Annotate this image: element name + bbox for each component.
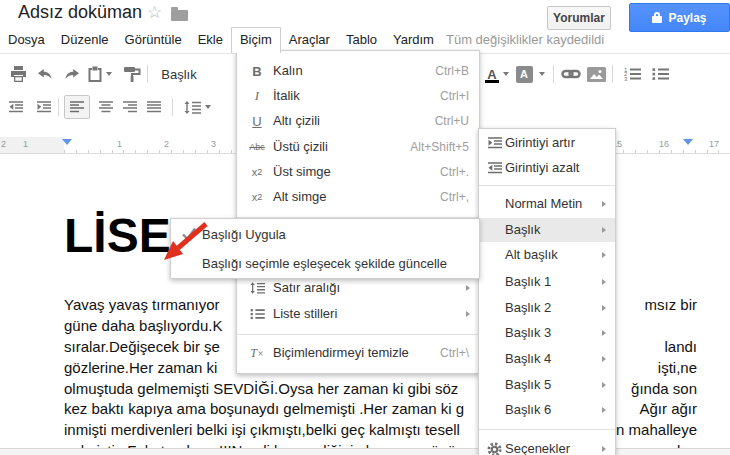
left-margin-marker[interactable] [62, 139, 72, 145]
submenu-item-subtitle[interactable]: Alt başlık [479, 243, 615, 267]
align-left-button[interactable] [64, 95, 90, 119]
text-line: işti,ne [658, 359, 697, 376]
subscript-icon: x2 [245, 185, 269, 209]
paste-dropdown[interactable] [103, 62, 115, 86]
menu-item-bold[interactable]: B Kalın Ctrl+B [237, 59, 479, 83]
document-heading: LİSE [64, 208, 171, 263]
undo-button[interactable] [33, 62, 57, 86]
share-button[interactable]: Paylaş [629, 3, 730, 32]
menu-item-underline[interactable]: U Altı çizili Ctrl+U [237, 109, 479, 133]
menu-ekle[interactable]: Ekle [190, 27, 231, 53]
menu-yardim[interactable]: Yardım [385, 27, 442, 53]
submenu-item-indent-decrease[interactable]: Girintiyi azalt [479, 156, 615, 180]
submenu-arrow-icon [602, 201, 606, 207]
menu-item-subscript[interactable]: x2 Alt simge Ctrl+, [237, 185, 479, 209]
redo-button[interactable] [59, 62, 83, 86]
submenu-arrow-icon [602, 330, 606, 336]
submenu-item-heading6[interactable]: Başlık 6 [479, 398, 615, 422]
submenu-item-label: Seçenekler [505, 441, 570, 455]
line-spacing-icon [184, 101, 201, 114]
submenu-item-heading4[interactable]: Başlık 4 [479, 347, 615, 371]
submenu-item-normal-text[interactable]: Normal Metin [479, 192, 615, 216]
menu-shortcut: Ctrl+, [440, 190, 469, 204]
text-color-button[interactable]: A [482, 62, 502, 86]
align-right-button[interactable] [118, 95, 142, 119]
menu-bicim[interactable]: Biçim [231, 27, 281, 53]
menu-shortcut: Ctrl+B [435, 64, 469, 78]
menu-item-label: Alt simge [273, 189, 326, 204]
text-line: Yavaş yavaş tırmanıyor [64, 296, 220, 313]
paint-format-button[interactable] [120, 62, 144, 86]
numbered-list-icon: 123 [624, 67, 641, 81]
align-justify-button[interactable] [142, 95, 166, 119]
align-right-icon [123, 101, 137, 113]
menu-item-line-spacing[interactable]: Satır aralığı [237, 276, 479, 300]
text-color-dropdown[interactable] [500, 62, 512, 86]
right-margin-marker[interactable] [683, 139, 693, 145]
star-icon[interactable]: ☆ [147, 3, 162, 23]
print-icon [10, 66, 27, 82]
submenu-item-label: Girintiyi artır [505, 135, 575, 150]
menu-item-label: Liste stilleri [273, 306, 337, 321]
menu-shortcut: Ctrl+U [435, 114, 469, 128]
menu-separator [479, 185, 615, 186]
submenu-arrow-icon [602, 279, 606, 285]
line-spacing-dropdown[interactable] [202, 95, 214, 119]
ruler-number: 16 [659, 139, 669, 149]
menu-araclar[interactable]: Araçlar [281, 27, 338, 53]
numbered-list-button[interactable]: 123 [620, 62, 644, 86]
menu-dosya[interactable]: Dosya [0, 27, 53, 53]
submenu-item-options[interactable]: Seçenekler [479, 437, 615, 455]
menu-item-label: Üst simge [273, 164, 331, 179]
menu-item-label: Biçimlendirmeyi temizle [273, 345, 409, 360]
document-title[interactable]: Adsız doküman [18, 2, 142, 23]
submenu-item-heading2[interactable]: Başlık 2 [479, 296, 615, 320]
highlight-color-button[interactable]: A [514, 62, 534, 86]
toolbar-separator [553, 65, 554, 83]
menu-shortcut: Ctrl+. [440, 165, 469, 179]
line-spacing-button[interactable] [180, 95, 204, 119]
print-button[interactable] [6, 62, 30, 86]
menu-goruntule[interactable]: Görüntüle [117, 27, 190, 53]
bulleted-list-button[interactable] [648, 62, 672, 86]
menu-duzenle[interactable]: Düzenle [53, 27, 117, 53]
indent-decrease-button[interactable] [4, 95, 28, 119]
indent-increase-button[interactable] [32, 95, 56, 119]
highlight-color-icon: A [516, 66, 533, 83]
submenu-item-heading5[interactable]: Başlık 5 [479, 373, 615, 397]
text-line: güne daha başlıyordu.K [64, 317, 222, 334]
submenu-item-title[interactable]: Başlık [479, 218, 615, 242]
text-line: olmuştuda gelmemişti SEVDİĞİ.Oysa her za… [64, 380, 458, 397]
comments-button[interactable]: Yorumlar [547, 6, 611, 30]
submenu-item-heading3[interactable]: Başlık 3 [479, 321, 615, 345]
highlight-color-dropdown[interactable] [536, 62, 548, 86]
menu-item-clear-formatting[interactable]: T× Biçimlendirmeyi temizle Ctrl+\ [237, 341, 479, 365]
menu-item-superscript[interactable]: x2 Üst simge Ctrl+. [237, 160, 479, 184]
insert-image-button[interactable] [584, 62, 608, 86]
folder-icon[interactable] [171, 10, 188, 21]
menu-item-label: İtalik [273, 88, 300, 103]
align-center-button[interactable] [94, 95, 118, 119]
styles-selector[interactable]: Başlık [156, 62, 202, 86]
submenu-arrow-icon [602, 356, 606, 362]
submenu-item-label: Başlık 3 [505, 325, 551, 340]
submenu-item-heading1[interactable]: Başlık 1 [479, 270, 615, 294]
ruler-number: 1 [23, 139, 28, 149]
menu-shortcut: Ctrl+\ [440, 346, 469, 360]
menu-tablo[interactable]: Tablo [338, 27, 385, 53]
insert-link-button[interactable] [559, 62, 583, 86]
menu-item-list-styles[interactable]: Liste stilleri [237, 302, 479, 326]
chevron-down-icon [503, 72, 509, 76]
submenu-item-label: Alt başlık [505, 247, 558, 262]
image-icon [587, 67, 606, 82]
menu-item-strikethrough[interactable]: Abc Üstü çizili Alt+Shift+5 [237, 135, 479, 159]
submenu-item-indent-increase[interactable]: Girintiyi artır [479, 131, 615, 155]
italic-icon: I [245, 84, 269, 108]
menu-item-italic[interactable]: I İtalik Ctrl+I [237, 84, 479, 108]
annotation-arrow-icon [158, 214, 220, 270]
text-line: msız bir [645, 296, 698, 313]
text-line: inmişti merdivenleri belki işi çıkmıştı,… [64, 421, 460, 438]
underline-icon: U [245, 109, 269, 133]
menu-item-label: Kalın [273, 63, 303, 78]
ruler-number: 2 [164, 139, 169, 149]
